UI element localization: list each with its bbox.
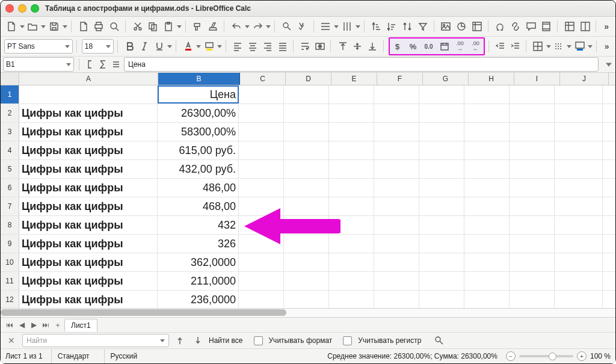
row-header[interactable]: 8 (1, 216, 19, 234)
cell-E5[interactable] (329, 160, 374, 178)
row-header[interactable]: 9 (1, 235, 19, 253)
split-window-button[interactable] (578, 19, 593, 34)
horizontal-scroll-thumb[interactable] (1, 309, 286, 316)
sort-button[interactable] (400, 19, 414, 34)
tab-prev-button[interactable]: ◀ (16, 319, 27, 330)
cell-G12[interactable] (419, 291, 464, 308)
cell-C1[interactable] (239, 85, 284, 103)
row-header[interactable]: 1 (1, 85, 19, 103)
find-prev-button[interactable] (173, 333, 187, 348)
cell-J6[interactable] (555, 179, 603, 197)
cell-B8[interactable]: 432 (158, 216, 239, 234)
tab-first-button[interactable]: ⏮ (4, 319, 15, 330)
zoom-value[interactable]: 100 % (590, 352, 611, 360)
col-header-E[interactable]: E (331, 73, 377, 85)
formatting-overflow-button[interactable]: » (602, 42, 612, 51)
cell-C2[interactable] (239, 104, 284, 122)
cell-A1[interactable] (19, 85, 158, 103)
cell-J4[interactable] (555, 141, 603, 159)
cell-C10[interactable] (239, 253, 284, 271)
row-header[interactable]: 10 (1, 253, 19, 271)
cell-J12[interactable] (555, 291, 603, 308)
cell-A11[interactable]: Цифры как цифры (19, 272, 158, 290)
function-button[interactable] (109, 58, 123, 71)
copy-button[interactable] (146, 19, 161, 34)
font-size-combo[interactable]: 18 (82, 39, 114, 54)
find-all-label[interactable]: Найти все (209, 336, 243, 345)
cell-C11[interactable] (239, 272, 284, 290)
col-header-J[interactable]: J (560, 73, 609, 85)
wrap-text-button[interactable] (298, 39, 312, 54)
underline-button[interactable] (153, 39, 167, 54)
decrease-indent-button[interactable] (493, 39, 507, 54)
cell-E12[interactable] (329, 291, 374, 308)
cell-J9[interactable] (555, 235, 603, 253)
function-wizard-button[interactable] (83, 58, 96, 71)
col-header-A[interactable]: A (19, 73, 158, 85)
formula-input[interactable]: Цена (124, 57, 599, 72)
match-format-checkbox[interactable] (254, 336, 263, 345)
align-center-button[interactable] (246, 39, 260, 54)
cell-D1[interactable] (284, 85, 329, 103)
window-minimize-button[interactable] (18, 4, 26, 13)
row-ops-dropdown[interactable] (334, 20, 339, 33)
cell-H11[interactable] (464, 272, 510, 290)
cell-C9[interactable] (239, 235, 284, 253)
find-options-button[interactable] (432, 333, 446, 348)
cell-G4[interactable] (419, 141, 464, 159)
row-header[interactable]: 5 (1, 160, 19, 178)
borders-button[interactable] (531, 39, 545, 54)
cell-D8[interactable] (284, 216, 329, 234)
clone-formatting-button[interactable] (191, 19, 205, 34)
match-case-checkbox[interactable] (343, 336, 352, 345)
cell-H10[interactable] (464, 253, 510, 271)
special-char-button[interactable] (493, 19, 507, 34)
col-ops-dropdown[interactable] (356, 20, 360, 33)
cell-A4[interactable]: Цифры как цифры (19, 141, 158, 159)
find-replace-button[interactable] (280, 19, 294, 34)
sort-asc-button[interactable] (369, 19, 384, 34)
cell-E3[interactable] (329, 123, 374, 141)
open-dropdown[interactable] (41, 20, 46, 33)
row-header[interactable]: 7 (1, 197, 19, 215)
cell-G3[interactable] (419, 123, 464, 141)
cell-B5[interactable]: 432,00 руб. (158, 160, 239, 178)
save-dropdown[interactable] (63, 20, 67, 33)
tab-next-button[interactable]: ▶ (28, 319, 39, 330)
cell-I9[interactable] (510, 235, 555, 253)
cell-B10[interactable]: 362,0000 (158, 253, 239, 271)
select-all-corner[interactable] (1, 73, 19, 85)
cell-D12[interactable] (284, 291, 329, 308)
cell-A7[interactable]: Цифры как цифры (19, 197, 158, 215)
align-justify-button[interactable] (276, 39, 289, 54)
cell-C3[interactable] (239, 123, 284, 141)
cell-F8[interactable] (374, 216, 419, 234)
new-doc-button[interactable] (4, 19, 19, 34)
cell-J3[interactable] (555, 123, 603, 141)
cell-B6[interactable]: 486,00 (158, 179, 239, 197)
underline-dropdown[interactable] (167, 40, 172, 53)
cell-G8[interactable] (419, 216, 464, 234)
cell-B7[interactable]: 468,00 (158, 197, 239, 215)
highlight-color-dropdown[interactable] (217, 40, 222, 53)
cell-J5[interactable] (555, 160, 603, 178)
cell-D10[interactable] (284, 253, 329, 271)
cell-G6[interactable] (419, 179, 464, 197)
cell-I6[interactable] (510, 179, 555, 197)
font-name-combo[interactable]: PT Sans (4, 39, 73, 54)
row-header[interactable]: 4 (1, 141, 19, 159)
cell-F11[interactable] (374, 272, 419, 290)
cell-I4[interactable] (510, 141, 555, 159)
cell-I10[interactable] (510, 253, 555, 271)
sheet-tab-1[interactable]: Лист1 (64, 319, 97, 332)
cell-H1[interactable] (464, 85, 510, 103)
zoom-slider[interactable] (519, 355, 573, 357)
insert-image-button[interactable] (439, 19, 454, 34)
valign-top-button[interactable] (336, 39, 350, 54)
format-number-button[interactable]: 0.0 (422, 39, 436, 54)
cell-I3[interactable] (510, 123, 555, 141)
add-decimal-button[interactable]: .00→ (453, 39, 467, 54)
cell-A2[interactable]: Цифры как цифры (19, 104, 158, 122)
highlight-color-button[interactable] (202, 39, 216, 54)
format-date-button[interactable] (437, 39, 452, 54)
